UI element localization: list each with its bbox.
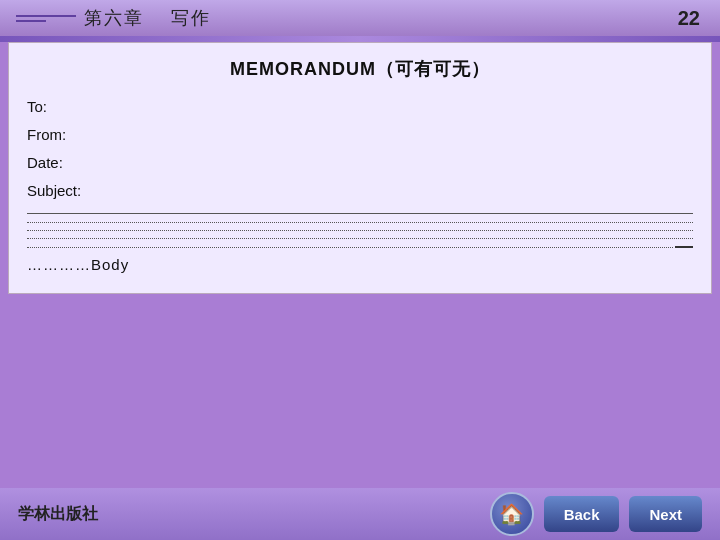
memo-title: MEMORANDUM（可有可无） [27, 57, 693, 81]
memo-divider [27, 213, 693, 214]
memo-from: From: [27, 123, 693, 147]
header-chapter: 第六章 [84, 6, 144, 30]
header-decoration [16, 15, 76, 22]
content-box: MEMORANDUM（可有可无） To: From: Date: Subject… [8, 42, 712, 294]
memo-subject: Subject: [27, 179, 693, 203]
dotted-line-3 [27, 238, 693, 239]
header-bar: 第六章 写作 22 [0, 0, 720, 36]
page-number: 22 [678, 7, 700, 30]
home-button[interactable]: 🏠 [490, 492, 534, 536]
memo-date: Date: [27, 151, 693, 175]
dotted-line-2 [27, 230, 693, 231]
page-wrapper: 第六章 写作 22 MEMORANDUM（可有可无） To: From: Dat… [0, 0, 720, 540]
brand-name: 学林出版社 [18, 504, 98, 525]
header-spacer [152, 8, 163, 29]
footer-nav: 🏠 Back Next [490, 492, 702, 536]
header-left: 第六章 写作 [16, 6, 211, 30]
footer: 学林出版社 🏠 Back Next [0, 488, 720, 540]
header-line-2 [16, 20, 46, 22]
home-icon: 🏠 [499, 502, 524, 526]
header-line-1 [16, 15, 76, 17]
back-button[interactable]: Back [544, 496, 620, 532]
page-inner: MEMORANDUM（可有可无） To: From: Date: Subject… [0, 42, 720, 354]
header-topic: 写作 [171, 6, 211, 30]
next-button[interactable]: Next [629, 496, 702, 532]
memo-to: To: [27, 95, 693, 119]
dotted-line-1 [27, 222, 693, 223]
last-dotted-line [27, 246, 693, 248]
memo-body-label: …………Body [27, 256, 693, 273]
